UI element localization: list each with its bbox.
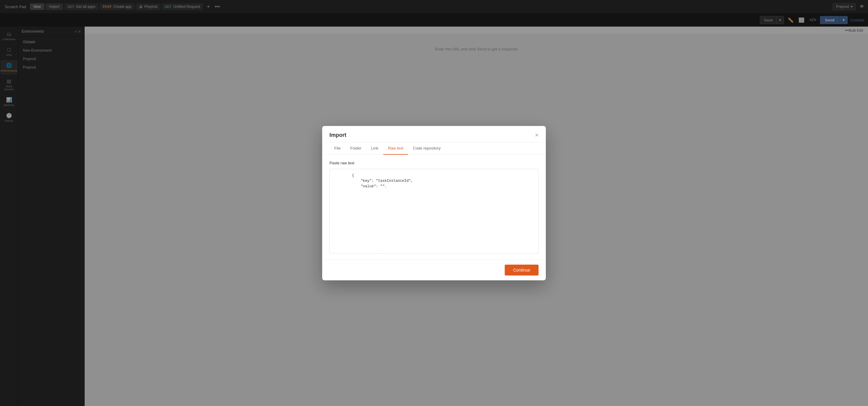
continue-button[interactable]: Continue <box>505 264 538 276</box>
modal-title: Import <box>330 132 346 138</box>
modal-close-button[interactable]: × <box>535 132 538 138</box>
raw-text-input[interactable] <box>330 169 538 187</box>
tab-link[interactable]: Link <box>366 142 383 155</box>
modal-body: Paste raw text <box>322 155 546 259</box>
tab-folder[interactable]: Folder <box>345 142 366 155</box>
tab-code-repository[interactable]: Code repository <box>408 142 445 155</box>
modal-footer: Continue <box>322 259 546 280</box>
paste-label: Paste raw text <box>330 161 538 165</box>
modal-overlay[interactable]: Import × File Folder Link Raw text Code … <box>0 0 868 406</box>
tab-file[interactable]: File <box>330 142 345 155</box>
modal-tabs: File Folder Link Raw text Code repositor… <box>322 142 546 155</box>
tab-raw-text[interactable]: Raw text <box>383 142 408 155</box>
modal-header: Import × <box>322 126 546 142</box>
import-modal: Import × File Folder Link Raw text Code … <box>322 126 546 280</box>
code-area <box>330 169 538 253</box>
